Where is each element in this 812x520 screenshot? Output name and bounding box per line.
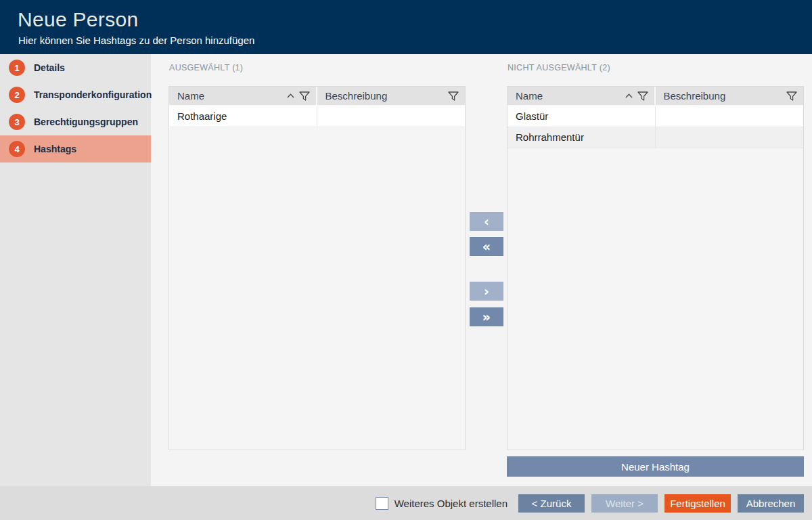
table-header-row: Name Beschreibung — [508, 87, 803, 106]
step-label: Berechtigungsgruppen — [34, 116, 138, 127]
column-header-label: Name — [177, 90, 204, 102]
hashtag-name-cell[interactable]: Rothaarige — [169, 106, 317, 127]
step-number-badge: 1 — [9, 60, 25, 76]
step-number-badge: 3 — [9, 114, 25, 130]
hashtag-selection-content: AUSGEWÄHLT (1) NICHT AUSGEWÄHLT (2) Name… — [151, 54, 812, 486]
move-all-right-button[interactable]: » — [470, 307, 503, 326]
filter-icon[interactable] — [448, 91, 459, 101]
step-berechtigungsgruppen[interactable]: 3 Berechtigungsgruppen — [0, 108, 151, 135]
step-transponderkonfiguration[interactable]: 2 Transponderkonfiguration — [0, 81, 151, 108]
finish-button[interactable]: Fertigstellen — [664, 494, 731, 513]
column-header-name[interactable]: Name — [169, 87, 317, 105]
page-subtitle: Hier können Sie Hashtags zu der Person h… — [18, 35, 254, 46]
step-label: Details — [34, 62, 65, 73]
table-row[interactable]: Glastür — [508, 106, 803, 127]
column-header-name[interactable]: Name — [508, 87, 656, 105]
next-button[interactable]: Weiter > — [591, 494, 658, 513]
filter-icon[interactable] — [637, 91, 648, 101]
table-row[interactable]: Rothaarige — [169, 106, 465, 127]
column-header-description[interactable]: Beschreibung — [317, 87, 466, 105]
move-right-button[interactable]: › — [470, 282, 503, 301]
step-hashtags-active[interactable]: 4 Hashtags — [0, 135, 151, 162]
unselected-panel-title: NICHT AUSGEWÄHLT (2) — [508, 63, 610, 72]
filter-icon[interactable] — [299, 91, 310, 101]
selected-panel-title: AUSGEWÄHLT (1) — [169, 63, 243, 72]
hashtag-description-cell[interactable] — [656, 106, 804, 127]
hashtag-name-cell[interactable]: Rohrrahmentür — [508, 127, 656, 148]
move-all-left-button[interactable]: « — [470, 237, 503, 256]
unselected-hashtags-table: Name Beschreibung Glastür R — [507, 86, 804, 450]
step-label: Transponderkonfiguration — [34, 89, 152, 100]
wizard-header: Neue Person Hier können Sie Hashtags zu … — [0, 0, 812, 54]
move-left-button[interactable]: ‹ — [470, 212, 503, 231]
footer-action-bar: Weiteres Objekt erstellen < Zurück Weite… — [0, 486, 812, 520]
column-header-label: Name — [516, 90, 543, 102]
hashtag-description-cell[interactable] — [317, 106, 466, 127]
column-header-description[interactable]: Beschreibung — [656, 87, 804, 105]
step-number-badge: 2 — [9, 87, 25, 103]
create-another-label: Weiteres Objekt erstellen — [394, 498, 508, 509]
column-header-label: Beschreibung — [664, 90, 726, 102]
page-title: Neue Person — [18, 8, 138, 31]
hashtag-description-cell[interactable] — [656, 127, 804, 148]
step-number-badge: 4 — [9, 141, 25, 157]
step-label: Hashtags — [34, 144, 76, 154]
wizard-steps-sidebar: 1 Details 2 Transponderkonfiguration 3 B… — [0, 54, 151, 486]
back-button[interactable]: < Zurück — [518, 494, 585, 513]
step-details[interactable]: 1 Details — [0, 54, 151, 81]
selected-hashtags-table: Name Beschreibung Rothaarige — [168, 86, 466, 450]
sort-ascending-icon[interactable] — [625, 93, 633, 98]
hashtag-name-cell[interactable]: Glastür — [508, 106, 656, 127]
wizard-window: Neue Person Hier können Sie Hashtags zu … — [0, 0, 812, 520]
create-another-checkbox-group[interactable]: Weiteres Objekt erstellen — [376, 497, 508, 510]
table-header-row: Name Beschreibung — [169, 87, 465, 106]
filter-icon[interactable] — [786, 91, 797, 101]
new-hashtag-button[interactable]: Neuer Hashtag — [507, 456, 804, 477]
sort-ascending-icon[interactable] — [287, 93, 294, 98]
column-header-label: Beschreibung — [325, 90, 388, 102]
cancel-button[interactable]: Abbrechen — [738, 494, 804, 513]
table-row[interactable]: Rohrrahmentür — [508, 127, 803, 148]
create-another-checkbox[interactable] — [376, 497, 388, 510]
